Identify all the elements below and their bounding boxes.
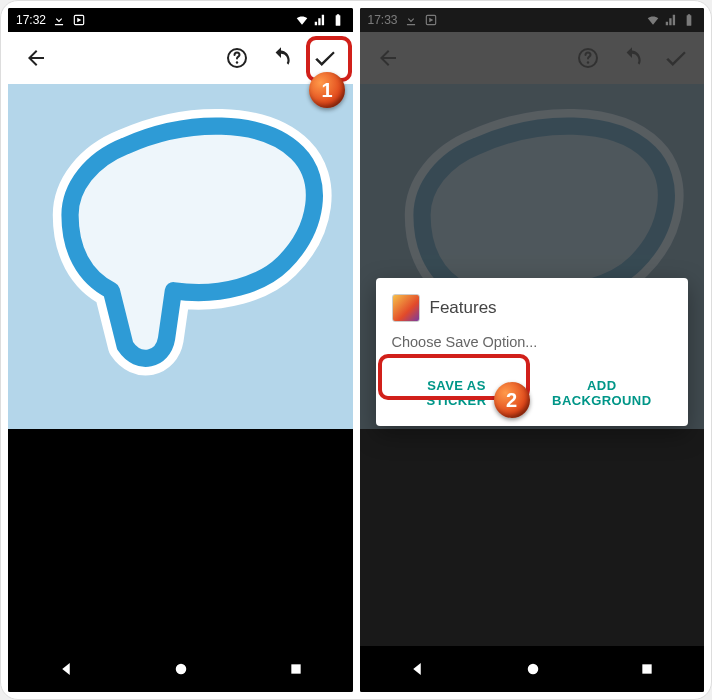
phone-right: 17:33	[360, 8, 705, 692]
status-time: 17:32	[16, 13, 46, 27]
dialog-message: Choose Save Option...	[392, 334, 673, 350]
nav-recent[interactable]	[639, 661, 655, 677]
undo-icon	[268, 45, 294, 71]
svg-rect-4	[291, 664, 300, 673]
add-background-button[interactable]: ADD BACKGROUND	[532, 368, 672, 418]
undo-button[interactable]	[261, 38, 301, 78]
tutorial-composite: 17:32	[0, 0, 712, 700]
editor-toolbar	[8, 32, 353, 84]
android-navbar	[8, 646, 353, 692]
phone-left: 17:32	[8, 8, 353, 692]
svg-point-2	[235, 61, 237, 63]
nav-recent[interactable]	[288, 661, 304, 677]
svg-point-8	[528, 664, 539, 675]
done-button[interactable]	[305, 38, 345, 78]
svg-point-3	[176, 664, 187, 675]
wifi-icon	[295, 13, 309, 27]
status-bar: 17:32	[8, 8, 353, 32]
app-icon	[392, 294, 420, 322]
back-arrow-icon	[24, 46, 48, 70]
dialog-title: Features	[430, 298, 497, 318]
save-dialog: Features Choose Save Option... SAVE AS S…	[376, 278, 689, 426]
help-button[interactable]	[217, 38, 257, 78]
check-icon	[312, 45, 338, 71]
megaphone-sticker	[8, 84, 353, 429]
nav-home[interactable]	[524, 660, 542, 678]
nav-home[interactable]	[172, 660, 190, 678]
svg-rect-9	[643, 664, 652, 673]
battery-icon	[331, 13, 345, 27]
app-notif-icon	[72, 13, 86, 27]
signal-icon	[313, 13, 327, 27]
android-navbar	[360, 646, 705, 692]
nav-back[interactable]	[408, 660, 426, 678]
sticker-canvas[interactable]	[8, 84, 353, 429]
nav-back[interactable]	[57, 660, 75, 678]
back-button[interactable]	[16, 38, 56, 78]
download-icon	[52, 13, 66, 27]
help-icon	[225, 46, 249, 70]
save-as-sticker-button[interactable]: SAVE AS STICKER	[392, 368, 522, 418]
